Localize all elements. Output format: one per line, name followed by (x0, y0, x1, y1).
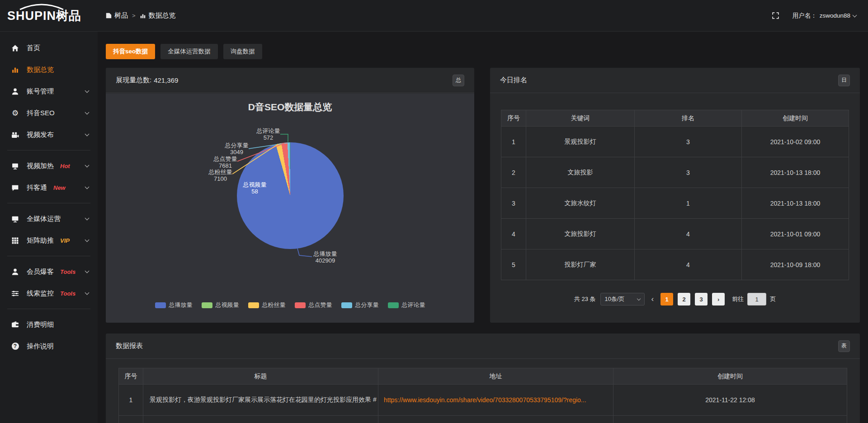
new-tag: New (53, 184, 66, 191)
legend-item[interactable]: 总点赞量 (295, 301, 332, 309)
table-row: 1 景观投影灯，夜游景观投影灯厂家展示展示落花灯在花园里的灯光投影应用效果 # … (119, 385, 847, 416)
sidebar-item-help[interactable]: ? 操作说明 (0, 335, 98, 357)
report-url-link[interactable]: https://www.iesdouyin.com/share/video/70… (378, 385, 613, 416)
breadcrumb: 树品 > 数据总览 (106, 11, 176, 20)
grid-icon (11, 236, 19, 245)
day-badge[interactable]: 日 (838, 75, 850, 86)
bar-chart-icon (11, 66, 19, 74)
goto-page: 前往 页 (732, 293, 776, 306)
chevron-down-icon (853, 13, 857, 17)
legend-item[interactable]: 总分享量 (341, 301, 379, 309)
username: zswodun88 (820, 12, 850, 19)
pagination: 共 23 条 10条/页 ‹ 1 2 3 › 前往 页 (501, 293, 849, 306)
legend-swatch (341, 302, 352, 308)
prev-page-button[interactable]: ‹ (649, 295, 656, 304)
sidebar-item-video-heat[interactable]: 视频加热 Hot (0, 155, 98, 177)
vip-tag: VIP (60, 237, 70, 244)
fullscreen-icon (772, 12, 779, 19)
chevron-down-icon (85, 291, 90, 295)
sidebar-divider (7, 203, 90, 203)
report-table-wrap: 序号 标题 地址 创建时间 1 景观投影灯，夜游景观投影灯厂家展示展示落花灯在花… (106, 359, 860, 423)
home-icon (11, 44, 19, 52)
chevron-down-icon (85, 185, 90, 189)
sidebar-item-clue-monitor[interactable]: 线索监控 Tools (0, 282, 98, 304)
sidebar-item-home[interactable]: 首页 (0, 37, 98, 59)
pie-label-lines (164, 105, 417, 300)
goto-label: 前往 (732, 295, 744, 303)
breadcrumb-current[interactable]: 数据总览 (140, 11, 176, 20)
table-badge[interactable]: 表 (838, 340, 850, 352)
sidebar-item-video-publish[interactable]: 视频发布 (0, 124, 98, 146)
page-button-2[interactable]: 2 (678, 293, 690, 306)
pie-label-fans: 总粉丝量7100 (209, 169, 232, 182)
breadcrumb-root[interactable]: 树品 (106, 11, 128, 20)
logo-arc (18, 4, 65, 10)
table-row: 5 投影灯厂家 4 2021-10-09 18:00 (501, 249, 849, 280)
sidebar-item-douyin-seo[interactable]: ⚙ 抖音SEO (0, 102, 98, 124)
table-row: 2 文旅投影 3 2021-10-13 18:00 (501, 157, 849, 188)
table-header-row: 序号 关键词 排名 创建时间 (501, 110, 849, 127)
sidebar-item-data-overview[interactable]: 数据总览 (0, 59, 98, 80)
sidebar-item-douketong[interactable]: 抖客通 New (0, 177, 98, 198)
legend-item[interactable]: 总播放量 (155, 301, 193, 309)
chart-legend: 总播放量 总视频量 总粉丝量 总点赞量 总分享量 总评论量 (106, 301, 474, 309)
tab-douyin-seo-data[interactable]: 抖音seo数据 (106, 44, 155, 59)
tab-media-operation-data[interactable]: 全媒体运营数据 (160, 44, 218, 59)
chevron-down-icon (85, 89, 90, 93)
next-page-button[interactable]: › (712, 293, 725, 306)
user-icon (11, 87, 19, 96)
breadcrumb-separator: > (132, 12, 136, 19)
sidebar-divider (7, 150, 90, 150)
sidebar-item-account[interactable]: 账号管理 (0, 80, 98, 102)
panel-header: 数据报表 表 (106, 334, 860, 359)
pie-label-videos: 总视频量58 (243, 181, 267, 195)
legend-item[interactable]: 总视频量 (202, 301, 239, 309)
goto-unit: 页 (770, 295, 776, 303)
panel-header: 今日排名 日 (490, 68, 860, 93)
pie-chart: 总评论量572 总分享量3049 总点赞量7681 总粉丝量7100 总视频量5… (164, 105, 417, 300)
wallet-icon (11, 320, 19, 329)
page-button-3[interactable]: 3 (695, 293, 708, 306)
chevron-down-icon (85, 132, 90, 136)
user-menu[interactable]: 用户名：zswodun88 (793, 12, 856, 20)
chevron-down-icon (85, 238, 90, 242)
impression-total-label: 展现量总数: (116, 76, 151, 85)
tools-tag: Tools (60, 290, 75, 297)
pie-chart-area: D音SEO数据量总览 总评论量572 总分享量3049 总点赞量7681 总粉丝… (106, 94, 474, 323)
sidebar-item-member-burst[interactable]: 会员爆客 Tools (0, 261, 98, 282)
page-size-select[interactable]: 10条/页 (600, 293, 645, 306)
impression-overview-panel: 展现量总数: 421,369 总 D音SEO数据量总览 总评论量572 总分享量… (106, 68, 474, 323)
sidebar-item-media-operation[interactable]: 全媒体运营 (0, 208, 98, 230)
monitor-icon (11, 215, 19, 223)
sidebar-item-matrix-boost[interactable]: 矩阵助推 VIP (0, 230, 98, 251)
person-icon (11, 268, 19, 276)
impression-total-value: 421,369 (154, 76, 178, 84)
display-icon (11, 162, 19, 170)
legend-swatch (248, 302, 259, 308)
gear-icon: ⚙ (11, 109, 19, 118)
page-button-1[interactable]: 1 (660, 293, 673, 306)
legend-swatch (155, 302, 166, 308)
chevron-down-icon (637, 296, 640, 300)
video-camera-icon (11, 131, 19, 139)
total-badge[interactable]: 总 (453, 75, 464, 86)
tools-tag: Tools (60, 268, 75, 275)
chat-bubble-icon (11, 183, 19, 192)
question-icon: ? (11, 342, 19, 351)
app-logo: SHUPIN树品 (0, 0, 98, 31)
tab-inquiry-data[interactable]: 询盘数据 (223, 44, 262, 59)
fullscreen-button[interactable] (770, 10, 782, 22)
sidebar-item-expense-detail[interactable]: 消费明细 (0, 314, 98, 335)
sidebar-divider (7, 256, 90, 256)
table-row: 1 景观投影灯 3 2021-10-02 09:00 (501, 127, 849, 157)
legend-swatch (202, 302, 212, 308)
legend-item[interactable]: 总评论量 (388, 301, 425, 309)
legend-item[interactable]: 总粉丝量 (248, 301, 286, 309)
table-row: 4 文旅投影灯 4 2021-10-01 09:00 (501, 219, 849, 249)
app-header: SHUPIN树品 树品 > 数据总览 用户名：zswodun88 (0, 0, 868, 32)
user-label: 用户名： (793, 12, 817, 20)
panel-title: 数据报表 (116, 342, 143, 350)
chevron-down-icon (85, 163, 90, 168)
pie-label-shares: 总分享量3049 (225, 142, 249, 155)
goto-page-input[interactable] (747, 293, 766, 306)
